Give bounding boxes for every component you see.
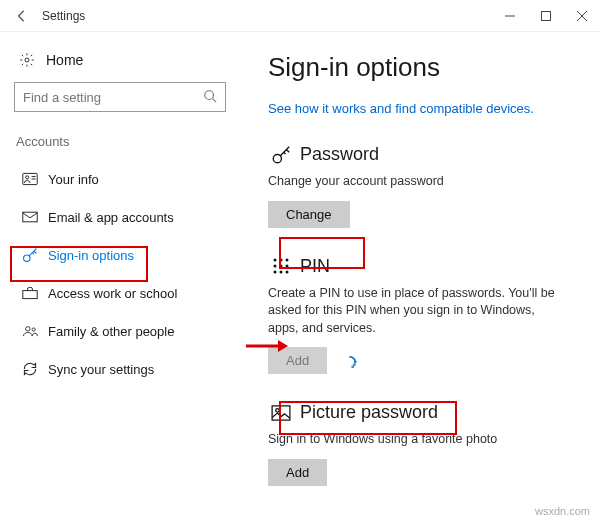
nav-group-label: Accounts bbox=[14, 134, 226, 149]
search-field[interactable] bbox=[23, 90, 203, 105]
svg-point-28 bbox=[352, 366, 353, 367]
title-bar: Settings bbox=[0, 0, 600, 32]
sidebar-item-label: Your info bbox=[42, 172, 99, 187]
maximize-button[interactable] bbox=[528, 0, 564, 32]
sidebar-item-work-school[interactable]: Access work or school bbox=[14, 275, 226, 311]
sidebar: Home Accounts Your info Email & app acco… bbox=[0, 32, 240, 527]
svg-point-27 bbox=[354, 364, 355, 365]
sidebar-item-sync[interactable]: Sync your settings bbox=[14, 351, 226, 387]
main-panel: Sign-in options See how it works and fin… bbox=[240, 32, 600, 527]
section-picture-password: Picture password Sign in to Windows usin… bbox=[268, 402, 580, 486]
section-title: Picture password bbox=[300, 402, 438, 423]
svg-point-22 bbox=[286, 265, 289, 268]
svg-point-14 bbox=[26, 327, 30, 331]
svg-point-26 bbox=[355, 361, 356, 362]
briefcase-icon bbox=[18, 286, 42, 300]
sidebar-item-label: Sync your settings bbox=[42, 362, 154, 377]
svg-point-18 bbox=[280, 259, 283, 262]
svg-point-5 bbox=[205, 90, 214, 99]
section-head-password: Password bbox=[268, 144, 580, 165]
search-input[interactable] bbox=[14, 82, 226, 112]
sidebar-item-label: Sign-in options bbox=[42, 248, 134, 263]
annotation-arrow-icon bbox=[244, 336, 288, 356]
section-title: Password bbox=[300, 144, 379, 165]
section-desc-pin: Create a PIN to use in place of password… bbox=[268, 285, 568, 338]
person-card-icon bbox=[18, 172, 42, 186]
window-title: Settings bbox=[42, 9, 85, 23]
watermark: wsxdn.com bbox=[535, 505, 590, 517]
svg-point-8 bbox=[26, 176, 29, 179]
section-password: Password Change your account password Ch… bbox=[268, 144, 580, 228]
back-button[interactable] bbox=[8, 2, 36, 30]
sync-icon bbox=[18, 361, 42, 377]
sidebar-item-email-accounts[interactable]: Email & app accounts bbox=[14, 199, 226, 235]
svg-line-6 bbox=[213, 98, 217, 102]
svg-point-24 bbox=[280, 271, 283, 274]
image-icon bbox=[268, 405, 294, 421]
section-desc-password: Change your account password bbox=[268, 173, 568, 191]
spinner-icon bbox=[343, 355, 357, 369]
svg-rect-1 bbox=[542, 11, 551, 20]
svg-point-23 bbox=[274, 271, 277, 274]
key-icon bbox=[18, 247, 42, 263]
svg-rect-13 bbox=[23, 291, 37, 299]
sidebar-item-label: Family & other people bbox=[42, 324, 174, 339]
gear-icon bbox=[16, 52, 38, 68]
keypad-icon bbox=[268, 257, 294, 275]
sidebar-item-your-info[interactable]: Your info bbox=[14, 161, 226, 197]
home-label: Home bbox=[46, 52, 83, 68]
svg-rect-11 bbox=[23, 212, 37, 222]
section-title: PIN bbox=[300, 256, 330, 277]
sidebar-item-signin-options[interactable]: Sign-in options bbox=[14, 237, 226, 273]
help-link[interactable]: See how it works and find compatible dev… bbox=[268, 101, 534, 116]
home-nav[interactable]: Home bbox=[14, 46, 226, 82]
svg-point-30 bbox=[276, 408, 280, 412]
change-password-button[interactable]: Change bbox=[268, 201, 350, 228]
people-icon bbox=[18, 324, 42, 338]
svg-rect-29 bbox=[272, 405, 290, 419]
close-button[interactable] bbox=[564, 0, 600, 32]
page-title: Sign-in options bbox=[268, 52, 580, 83]
svg-point-19 bbox=[286, 259, 289, 262]
sidebar-item-label: Access work or school bbox=[42, 286, 177, 301]
window-controls bbox=[492, 0, 600, 32]
mail-icon bbox=[18, 211, 42, 223]
section-head-picture: Picture password bbox=[268, 402, 580, 423]
add-picture-password-button[interactable]: Add bbox=[268, 459, 327, 486]
svg-point-25 bbox=[286, 271, 289, 274]
svg-point-4 bbox=[25, 58, 29, 62]
svg-point-21 bbox=[280, 265, 283, 268]
key-icon bbox=[268, 145, 294, 165]
svg-point-20 bbox=[274, 265, 277, 268]
minimize-button[interactable] bbox=[492, 0, 528, 32]
sidebar-item-label: Email & app accounts bbox=[42, 210, 174, 225]
svg-point-17 bbox=[274, 259, 277, 262]
svg-point-12 bbox=[24, 255, 30, 261]
section-pin: PIN Create a PIN to use in place of pass… bbox=[268, 256, 580, 375]
search-icon bbox=[203, 89, 217, 106]
sidebar-item-family-people[interactable]: Family & other people bbox=[14, 313, 226, 349]
section-head-pin: PIN bbox=[268, 256, 580, 277]
svg-marker-32 bbox=[278, 340, 288, 352]
svg-point-15 bbox=[32, 328, 35, 331]
section-desc-picture: Sign in to Windows using a favorite phot… bbox=[268, 431, 568, 449]
